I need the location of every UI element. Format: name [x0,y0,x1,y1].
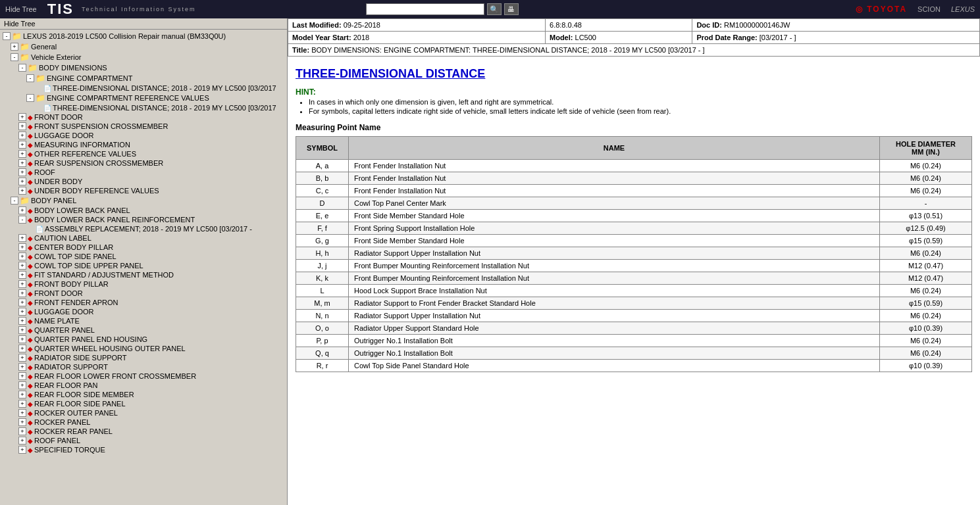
tree-item[interactable]: +◆REAR FLOOR LOWER FRONT CROSSMEMBER [0,372,287,381]
tree-item[interactable]: +◆RADIATOR SIDE SUPPORT [0,353,287,362]
expand-btn[interactable]: + [18,150,26,158]
tree-item[interactable]: +◆ROOF PANEL [0,436,287,445]
expand-btn[interactable]: + [18,335,26,343]
right-panel[interactable]: Last Modified: 09-25-2018 6.8:8.0.48 Doc… [288,18,980,505]
tree-item-label: LUGGAGE DOOR [34,308,93,316]
expand-btn[interactable]: + [18,234,26,242]
tree-item[interactable]: +◆QUARTER WHEEL HOUSING OUTER PANEL [0,344,287,353]
tree-item[interactable]: +◆REAR SUSPENSION CROSSMEMBER [0,158,287,168]
tree-item[interactable]: +◆CENTER BODY PILLAR [0,243,287,252]
tree-item[interactable]: +◆OTHER REFERENCE VALUES [0,149,287,158]
search-button[interactable]: 🔍 [487,3,502,15]
expand-btn[interactable]: + [18,372,26,380]
hide-tree-bar[interactable]: Hide Tree [0,18,287,30]
expand-btn[interactable]: + [18,317,26,325]
expand-btn[interactable]: + [18,159,26,167]
expand-btn[interactable]: + [18,178,26,185]
expand-btn[interactable]: + [18,243,26,251]
expand-btn[interactable]: + [18,326,26,334]
expand-btn[interactable]: - [18,64,26,72]
expand-btn[interactable]: + [18,345,26,352]
tree-item[interactable]: -📁ENGINE COMPARTMENT REFERENCE VALUES [0,93,287,103]
lexus-logo: LEXUS [951,5,975,13]
expand-btn[interactable]: + [18,437,26,445]
tree-item[interactable]: +◆UNDER BODY REFERENCE VALUES [0,186,287,195]
tree-item[interactable]: +◆BODY LOWER BACK PANEL [0,206,287,215]
expand-btn[interactable]: + [18,252,26,260]
tree-item[interactable]: +◆COWL TOP SIDE PANEL [0,252,287,261]
expand-btn[interactable]: + [18,113,26,121]
expand-btn[interactable]: - [11,197,18,204]
expand-btn[interactable]: - [26,94,34,102]
tree-item[interactable]: +◆FRONT BODY PILLAR [0,279,287,289]
expand-btn[interactable]: + [18,141,26,149]
tree-item[interactable]: -📁Vehicle Exterior [0,52,287,62]
tree-item-label: ROOF PANEL [34,437,80,445]
tree-item[interactable]: +◆MEASURING INFORMATION [0,140,287,149]
tree-item[interactable]: +◆ROCKER OUTER PANEL [0,408,287,418]
tree-item[interactable]: +◆QUARTER PANEL END HOUSING [0,335,287,344]
expand-btn[interactable]: - [18,216,26,224]
tree-item[interactable]: +◆REAR FLOOR SIDE MEMBER [0,390,287,399]
tree-item[interactable]: +◆REAR FLOOR PAN [0,381,287,390]
expand-btn[interactable]: + [18,363,26,371]
expand-btn[interactable]: + [18,271,26,279]
tree-content[interactable]: -📁LEXUS 2018-2019 LC500 Collision Repair… [0,30,287,505]
doc-id-value: RM10000000146JW [724,21,790,29]
tree-item[interactable]: -📁BODY DIMENSIONS [0,62,287,73]
expand-btn[interactable]: + [18,299,26,306]
expand-btn[interactable]: + [11,43,18,51]
tree-item[interactable]: +📁General [0,41,287,52]
expand-btn[interactable]: + [18,289,26,297]
tree-item[interactable]: +◆FRONT FENDER APRON [0,298,287,307]
expand-btn[interactable]: + [18,418,26,426]
expand-btn[interactable]: + [18,381,26,389]
expand-btn[interactable]: + [18,354,26,362]
tree-item[interactable]: +◆LUGGAGE DOOR [0,131,287,140]
tree-item[interactable]: -◆BODY LOWER BACK PANEL REINFORCEMENT [0,215,287,224]
expand-btn[interactable]: + [18,427,26,435]
tree-item[interactable]: -📁LEXUS 2018-2019 LC500 Collision Repair… [0,31,287,41]
tree-item[interactable]: +◆REAR FLOOR SIDE PANEL [0,399,287,408]
search-input[interactable] [366,3,484,15]
tree-item[interactable]: +◆CAUTION LABEL [0,233,287,243]
expand-btn[interactable]: + [18,132,26,139]
tree-item[interactable]: +◆FRONT SUSPENSION CROSSMEMBER [0,122,287,131]
expand-btn[interactable]: - [26,74,34,82]
folder-icon: 📁 [28,63,38,72]
tree-item[interactable]: +◆COWL TOP SIDE UPPER PANEL [0,261,287,270]
expand-btn[interactable]: + [18,206,26,214]
tree-item[interactable]: 📄THREE-DIMENSIONAL DISTANCE; 2018 - 2019… [0,84,287,93]
tree-item[interactable]: +◆ROOF [0,168,287,177]
tree-item[interactable]: +◆FRONT DOOR [0,289,287,298]
expand-btn[interactable]: - [3,32,11,40]
hide-tree-btn[interactable]: Hide Tree [5,5,37,13]
tree-item[interactable]: -📁BODY PANEL [0,195,287,206]
expand-btn[interactable]: - [11,53,18,61]
tree-item[interactable]: +◆NAME PLATE [0,316,287,325]
tree-item[interactable]: 📄ASSEMBLY REPLACEMENT; 2018 - 2019 MY LC… [0,224,287,233]
tree-item[interactable]: +◆RADIATOR SUPPORT [0,362,287,372]
tree-item[interactable]: 📄THREE-DIMENSIONAL DISTANCE; 2018 - 2019… [0,103,287,112]
expand-btn[interactable]: + [18,308,26,316]
tree-item[interactable]: -📁ENGINE COMPARTMENT [0,73,287,84]
expand-btn[interactable]: + [18,187,26,195]
tree-item[interactable]: +◆FIT STANDARD / ADJUSTMENT METHOD [0,270,287,279]
tree-item[interactable]: +◆QUARTER PANEL [0,325,287,335]
expand-btn[interactable]: + [18,391,26,398]
tree-item[interactable]: +◆FRONT DOOR [0,112,287,122]
tree-item[interactable]: +◆LUGGAGE DOOR [0,307,287,316]
expand-btn[interactable]: + [18,122,26,130]
expand-btn[interactable]: + [18,400,26,408]
print-button[interactable]: 🖶 [504,3,519,15]
expand-btn[interactable]: + [18,168,26,176]
doc-icon: 📄 [36,226,43,233]
expand-btn[interactable]: + [18,280,26,288]
expand-btn[interactable]: + [18,446,26,454]
tree-item[interactable]: +◆UNDER BODY [0,177,287,186]
tree-item[interactable]: +◆ROCKER REAR PANEL [0,427,287,436]
expand-btn[interactable]: + [18,409,26,417]
expand-btn[interactable]: + [18,262,26,270]
tree-item[interactable]: +◆ROCKER PANEL [0,418,287,427]
tree-item[interactable]: +◆SPECIFIED TORQUE [0,445,287,454]
